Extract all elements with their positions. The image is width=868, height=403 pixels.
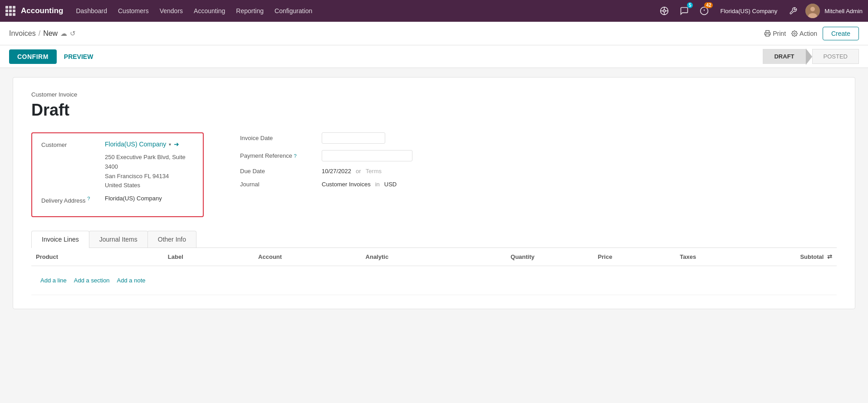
subtotal-settings-icon[interactable]: ⇄ (827, 253, 832, 260)
address-line2: 3400 (105, 162, 186, 172)
top-navigation: Accounting Dashboard Customers Vendors A… (0, 0, 868, 22)
due-date-label: Due Date (240, 168, 322, 175)
print-button[interactable]: Print (764, 30, 786, 37)
add-note-link[interactable]: Add a note (117, 277, 146, 284)
breadcrumb-bar: Invoices / New ☁ ↺ Print Action Create (0, 22, 868, 45)
due-date-or: or (356, 168, 361, 175)
tab-journal-items[interactable]: Journal Items (89, 231, 148, 248)
customer-name[interactable]: Florida(US) Company (105, 141, 166, 148)
customer-field-row: Customer Florida(US) Company ▾ ➜ (41, 141, 194, 148)
user-name: Mitchell Admin (824, 8, 863, 15)
add-section-link[interactable]: Add a section (74, 277, 110, 284)
nav-reporting[interactable]: Reporting (231, 5, 268, 17)
support-icon[interactable] (657, 3, 672, 19)
address-line3: San Francisco FL 94134 (105, 172, 186, 181)
app-grid-icon[interactable] (5, 6, 15, 16)
status-posted: POSTED (812, 49, 859, 64)
alerts-icon[interactable]: 42 (696, 3, 712, 19)
customer-box: Customer Florida(US) Company ▾ ➜ 250 Exe… (31, 132, 204, 217)
address-line4: United States (105, 181, 186, 190)
main-content: Customer Invoice Draft Customer Florida(… (0, 68, 868, 403)
customer-section: Customer Florida(US) Company ▾ ➜ 250 Exe… (31, 132, 837, 217)
invoice-date-input[interactable] (322, 132, 385, 144)
payment-reference-label: Payment Reference ? (240, 152, 322, 159)
right-fields: Invoice Date Payment Reference ? (240, 132, 837, 217)
journal-row: Journal Customer Invoices in USD (240, 181, 837, 188)
customer-dropdown-icon[interactable]: ▾ (169, 142, 171, 147)
status-draft: DRAFT (763, 49, 805, 64)
refresh-icon[interactable]: ↺ (70, 29, 76, 38)
svg-point-13 (794, 33, 795, 34)
preview-button[interactable]: PREVIEW (62, 49, 95, 64)
delivery-address-label: Delivery Address ? (41, 195, 105, 204)
tabs: Invoice Lines Journal Items Other Info (31, 231, 837, 248)
invoice-card: Customer Invoice Draft Customer Florida(… (13, 77, 855, 309)
breadcrumb-separator: / (39, 29, 40, 38)
journal-value: Customer Invoices in USD (322, 181, 397, 188)
due-date-value: 10/27/2022 or Terms (322, 168, 382, 175)
invoice-date-row: Invoice Date (240, 132, 837, 144)
breadcrumb-current: New (43, 29, 58, 38)
due-date-row: Due Date 10/27/2022 or Terms (240, 168, 837, 175)
nav-vendors[interactable]: Vendors (155, 5, 187, 17)
svg-point-1 (663, 10, 666, 12)
action-bar: CONFIRM PREVIEW DRAFT POSTED (0, 45, 868, 68)
invoice-date-value[interactable] (322, 132, 385, 144)
nav-configuration[interactable]: Configuration (270, 5, 317, 17)
payment-reference-input[interactable] (322, 150, 412, 161)
col-price: Price (539, 248, 617, 266)
tab-invoice-lines[interactable]: Invoice Lines (31, 231, 89, 248)
payment-reference-value[interactable] (322, 150, 412, 161)
nav-customers[interactable]: Customers (113, 5, 153, 17)
action-button[interactable]: Action (791, 30, 817, 37)
breadcrumb: Invoices / New ☁ ↺ (9, 29, 764, 38)
add-line-link[interactable]: Add a line (40, 277, 67, 284)
customer-address: 250 Executive Park Blvd, Suite 3400 San … (105, 153, 186, 190)
company-name: Florida(US) Company (720, 8, 777, 15)
create-button[interactable]: Create (823, 27, 859, 40)
table-actions: Add a line Add a section Add a note (36, 271, 832, 290)
save-to-cloud-icon[interactable]: ☁ (60, 29, 67, 38)
invoice-status: Draft (31, 101, 837, 120)
col-subtotal: Subtotal ⇄ (701, 248, 837, 266)
col-product: Product (31, 248, 135, 266)
invoice-lines-table: Product Label Account Analytic Quantity … (31, 248, 837, 295)
tab-other-info[interactable]: Other Info (147, 231, 196, 248)
messages-badge: 5 (687, 2, 693, 8)
col-account: Account (216, 248, 324, 266)
svg-rect-12 (766, 34, 770, 36)
address-spacer (41, 153, 105, 154)
user-avatar[interactable] (805, 4, 820, 18)
nav-dashboard[interactable]: Dashboard (72, 5, 112, 17)
status-pipeline: DRAFT POSTED (763, 49, 859, 65)
messages-icon[interactable]: 5 (677, 3, 692, 19)
svg-point-10 (810, 7, 815, 11)
address-field-row: 250 Executive Park Blvd, Suite 3400 San … (41, 153, 194, 190)
journal-in: in (375, 181, 380, 188)
header-actions: Print Action Create (764, 27, 859, 40)
due-date-terms[interactable]: Terms (366, 168, 382, 175)
settings-icon[interactable] (785, 3, 801, 19)
col-analytic: Analytic (324, 248, 430, 266)
delivery-address-help[interactable]: ? (87, 196, 90, 201)
delivery-address-field-row: Delivery Address ? Florida(US) Company (41, 195, 194, 204)
invoice-date-label: Invoice Date (240, 135, 322, 141)
delivery-address-value[interactable]: Florida(US) Company (105, 195, 162, 202)
customer-label: Customer (41, 141, 105, 148)
journal-label: Journal (240, 181, 322, 188)
app-name[interactable]: Accounting (21, 6, 64, 15)
address-line1: 250 Executive Park Blvd, Suite (105, 153, 186, 162)
customer-select: Florida(US) Company ▾ ➜ (105, 141, 179, 148)
col-label: Label (135, 248, 216, 266)
col-quantity: Quantity (430, 248, 539, 266)
nav-accounting[interactable]: Accounting (189, 5, 230, 17)
invoice-type: Customer Invoice (31, 91, 837, 98)
col-taxes: Taxes (617, 248, 701, 266)
customer-external-link-icon[interactable]: ➜ (174, 141, 179, 148)
alerts-badge: 42 (704, 2, 713, 8)
payment-reference-help[interactable]: ? (294, 153, 297, 159)
payment-reference-row: Payment Reference ? (240, 150, 837, 161)
breadcrumb-parent[interactable]: Invoices (9, 29, 36, 38)
confirm-button[interactable]: CONFIRM (9, 49, 57, 64)
